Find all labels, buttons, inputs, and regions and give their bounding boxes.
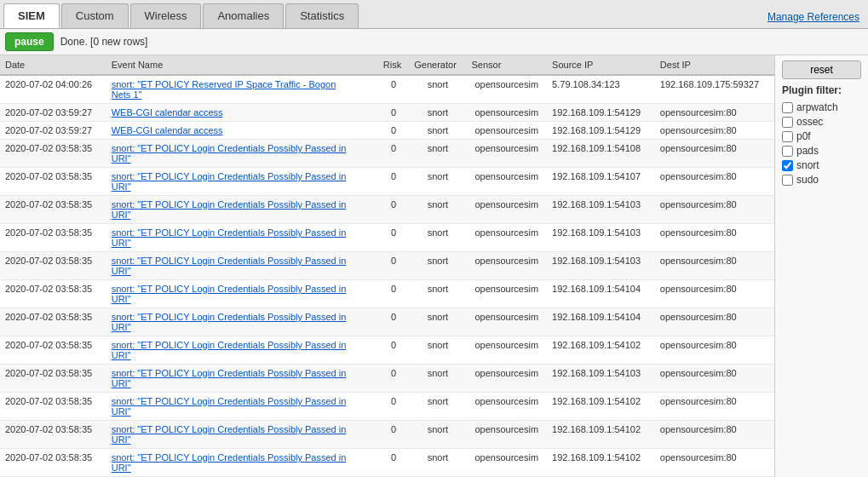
tab-bar: SIEM Custom Wireless Anomalies Statistic… — [0, 0, 868, 29]
cell-source-ip: 192.168.109.1:54129 — [547, 104, 655, 122]
event-link[interactable]: snort: "ET POLICY Login Credentials Poss… — [112, 143, 350, 164]
table-row: 2020-07-02 03:58:35snort: "ET POLICY Log… — [0, 421, 774, 449]
plugin-label-snort: snort — [796, 159, 819, 171]
cell-event[interactable]: snort: "ET POLICY Login Credentials Poss… — [106, 421, 378, 449]
cell-dest-ip: opensourcesim:80 — [655, 224, 774, 252]
manage-references-link[interactable]: Manage References — [759, 6, 868, 28]
col-risk: Risk — [378, 55, 409, 75]
table-row: 2020-07-02 03:58:35snort: "ET POLICY Log… — [0, 196, 774, 224]
cell-date: 2020-07-02 03:58:35 — [0, 168, 106, 196]
cell-risk: 0 — [378, 140, 409, 168]
event-link[interactable]: snort: "ET POLICY Login Credentials Poss… — [112, 452, 350, 473]
cell-sensor: opensourcesim — [466, 252, 547, 280]
cell-source-ip: 5.79.108.34:123 — [547, 75, 655, 104]
cell-dest-ip: opensourcesim:80 — [655, 140, 774, 168]
cell-date: 2020-07-02 03:58:35 — [0, 336, 106, 365]
plugin-label-pads: pads — [796, 145, 819, 157]
table-header-row: Date Event Name Risk Generator Sensor So… — [0, 55, 774, 75]
cell-risk: 0 — [378, 393, 409, 421]
cell-risk: 0 — [378, 336, 409, 365]
event-link[interactable]: WEB-CGI calendar access — [112, 107, 223, 118]
tab-custom[interactable]: Custom — [61, 3, 129, 28]
cell-event[interactable]: snort: "ET POLICY Login Credentials Poss… — [106, 280, 378, 308]
cell-sensor: opensourcesim — [466, 122, 547, 140]
toolbar: pause Done. [0 new rows] — [0, 29, 868, 55]
event-link[interactable]: snort: "ET POLICY Login Credentials Poss… — [112, 424, 350, 445]
main-layout: Date Event Name Risk Generator Sensor So… — [0, 55, 868, 477]
cell-event[interactable]: snort: "ET POLICY Login Credentials Poss… — [106, 224, 378, 252]
cell-source-ip: 192.168.109.1:54129 — [547, 122, 655, 140]
cell-sensor: opensourcesim — [466, 75, 547, 104]
cell-dest-ip: opensourcesim:80 — [655, 168, 774, 196]
status-text: Done. [0 new rows] — [60, 36, 148, 48]
event-link[interactable]: snort: "ET POLICY Login Credentials Poss… — [112, 171, 350, 192]
cell-event[interactable]: snort: "ET POLICY Reserved IP Space Traf… — [106, 75, 378, 104]
plugin-checkbox-snort[interactable] — [782, 160, 793, 171]
plugin-checkbox-ossec[interactable] — [782, 117, 793, 128]
cell-sensor: opensourcesim — [466, 365, 547, 393]
cell-event[interactable]: snort: "ET POLICY Login Credentials Poss… — [106, 365, 378, 393]
tab-wireless[interactable]: Wireless — [130, 3, 202, 28]
cell-event[interactable]: WEB-CGI calendar access — [106, 104, 378, 122]
cell-dest-ip: opensourcesim:80 — [655, 308, 774, 336]
cell-dest-ip: opensourcesim:80 — [655, 280, 774, 308]
cell-generator: snort — [409, 336, 466, 365]
event-link[interactable]: snort: "ET POLICY Login Credentials Poss… — [112, 396, 350, 417]
table-row: 2020-07-02 03:58:35snort: "ET POLICY Log… — [0, 252, 774, 280]
tab-statistics[interactable]: Statistics — [285, 3, 359, 28]
plugin-checkbox-arpwatch[interactable] — [782, 102, 793, 113]
cell-sensor: opensourcesim — [466, 224, 547, 252]
cell-event[interactable]: WEB-CGI calendar access — [106, 122, 378, 140]
cell-event[interactable]: snort: "ET POLICY Login Credentials Poss… — [106, 336, 378, 365]
table-row: 2020-07-02 03:58:35snort: "ET POLICY Log… — [0, 224, 774, 252]
event-link[interactable]: snort: "ET POLICY Login Credentials Poss… — [112, 368, 350, 388]
cell-event[interactable]: snort: "ET POLICY Login Credentials Poss… — [106, 252, 378, 280]
event-link[interactable]: snort: "ET POLICY Login Credentials Poss… — [112, 199, 350, 220]
cell-generator: snort — [409, 365, 466, 393]
event-link[interactable]: snort: "ET POLICY Reserved IP Space Traf… — [112, 79, 350, 100]
tab-siem[interactable]: SIEM — [3, 3, 60, 28]
cell-sensor: opensourcesim — [466, 140, 547, 168]
cell-event[interactable]: snort: "ET POLICY Login Credentials Poss… — [106, 168, 378, 196]
event-link[interactable]: snort: "ET POLICY Login Credentials Poss… — [112, 312, 350, 332]
plugin-checkbox-p0f[interactable] — [782, 131, 793, 142]
event-link[interactable]: WEB-CGI calendar access — [112, 125, 223, 135]
cell-source-ip: 192.168.109.1:54108 — [547, 140, 655, 168]
cell-event[interactable]: snort: "ET POLICY Login Credentials Poss… — [106, 308, 378, 336]
cell-sensor: opensourcesim — [466, 280, 547, 308]
plugin-checkbox-pads[interactable] — [782, 146, 793, 157]
cell-sensor: opensourcesim — [466, 168, 547, 196]
cell-generator: snort — [409, 308, 466, 336]
cell-date: 2020-07-02 03:59:27 — [0, 122, 106, 140]
cell-source-ip: 192.168.109.1:54107 — [547, 168, 655, 196]
table-row: 2020-07-02 03:58:35snort: "ET POLICY Log… — [0, 449, 774, 477]
table-row: 2020-07-02 03:58:35snort: "ET POLICY Log… — [0, 393, 774, 421]
cell-dest-ip: opensourcesim:80 — [655, 336, 774, 365]
pause-button[interactable]: pause — [5, 32, 54, 51]
table-row: 2020-07-02 03:58:35snort: "ET POLICY Log… — [0, 168, 774, 196]
events-table: Date Event Name Risk Generator Sensor So… — [0, 55, 774, 477]
plugin-label-p0f: p0f — [796, 130, 811, 142]
cell-generator: snort — [409, 104, 466, 122]
cell-event[interactable]: snort: "ET POLICY Login Credentials Poss… — [106, 140, 378, 168]
cell-dest-ip: opensourcesim:80 — [655, 421, 774, 449]
plugin-checkbox-sudo[interactable] — [782, 175, 793, 186]
cell-sensor: opensourcesim — [466, 421, 547, 449]
event-link[interactable]: snort: "ET POLICY Login Credentials Poss… — [112, 340, 350, 360]
cell-date: 2020-07-02 03:58:35 — [0, 140, 106, 168]
cell-event[interactable]: snort: "ET POLICY Login Credentials Poss… — [106, 449, 378, 477]
reset-button[interactable]: reset — [782, 60, 861, 79]
tab-anomalies[interactable]: Anomalies — [203, 3, 284, 28]
cell-generator: snort — [409, 421, 466, 449]
cell-risk: 0 — [378, 168, 409, 196]
cell-sensor: opensourcesim — [466, 196, 547, 224]
event-link[interactable]: snort: "ET POLICY Login Credentials Poss… — [112, 284, 350, 304]
cell-event[interactable]: snort: "ET POLICY Login Credentials Poss… — [106, 196, 378, 224]
event-link[interactable]: snort: "ET POLICY Login Credentials Poss… — [112, 256, 350, 276]
cell-date: 2020-07-02 03:58:35 — [0, 252, 106, 280]
plugin-item: ossec — [782, 116, 861, 128]
cell-source-ip: 192.168.109.1:54102 — [547, 421, 655, 449]
cell-source-ip: 192.168.109.1:54102 — [547, 449, 655, 477]
event-link[interactable]: snort: "ET POLICY Login Credentials Poss… — [112, 227, 350, 248]
cell-event[interactable]: snort: "ET POLICY Login Credentials Poss… — [106, 393, 378, 421]
